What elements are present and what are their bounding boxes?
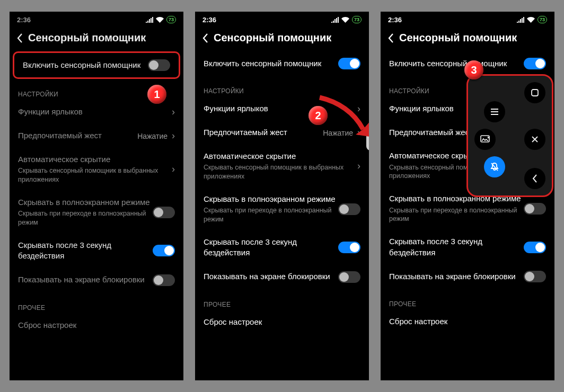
lockscreen-label: Показывать на экране блокировки bbox=[18, 274, 153, 285]
clock: 2:36 bbox=[17, 16, 31, 24]
autohide-sub: Скрывать сенсорный помощник в выбранных … bbox=[204, 163, 356, 181]
quickball-home-button[interactable] bbox=[524, 82, 545, 103]
autohide-row[interactable]: Автоматическое скрытие Скрывать сенсорны… bbox=[10, 148, 183, 191]
status-icons: 73 bbox=[146, 16, 176, 23]
clock: 2:36 bbox=[202, 16, 216, 24]
back-button[interactable] bbox=[383, 33, 399, 43]
enable-quickball-row[interactable]: Включить сенсорный помощник bbox=[195, 51, 369, 76]
phone-screenshot-1: 2:36 73 Сенсорный помощник Включить сенс… bbox=[10, 12, 183, 380]
gesture-value: Нажатие bbox=[137, 132, 168, 140]
enable-quickball-toggle[interactable] bbox=[524, 58, 546, 69]
fullscreen-toggle[interactable] bbox=[338, 203, 360, 215]
reset-row[interactable]: Сброс настроек bbox=[195, 310, 369, 334]
lockscreen-row[interactable]: Показывать на экране блокировки bbox=[10, 268, 183, 292]
status-icons: 73 bbox=[331, 16, 362, 23]
lockscreen-toggle[interactable] bbox=[338, 271, 360, 283]
autohide-content: Автоматическое скрытие Скрывать сенсорны… bbox=[204, 151, 356, 181]
fullscreen-toggle[interactable] bbox=[153, 207, 175, 218]
section-other: ПРОЧЕЕ bbox=[195, 289, 369, 310]
autohide-row[interactable]: Автоматическое скрытие Скрывать сенсорны… bbox=[195, 145, 369, 188]
page-header: Сенсорный помощник bbox=[10, 28, 183, 51]
clock: 2:36 bbox=[388, 16, 402, 24]
quickball-back-button[interactable] bbox=[524, 168, 545, 189]
chevron-right-icon: › bbox=[357, 161, 360, 172]
signal-icon bbox=[517, 17, 524, 23]
chevron-right-icon: › bbox=[172, 130, 175, 141]
reset-label: Сброс настроек bbox=[204, 317, 360, 327]
fullscreen-sub: Скрывать при переходе в полноэкранный ре… bbox=[204, 206, 338, 224]
svg-rect-0 bbox=[532, 90, 538, 96]
fullscreen-sub: Скрывать при переходе в полноэкранный ре… bbox=[389, 206, 524, 224]
reset-label: Сброс настроек bbox=[18, 320, 175, 331]
fullscreen-content: Скрывать в полноэкранном режиме Скрывать… bbox=[18, 197, 153, 227]
lockscreen-row[interactable]: Показывать на экране блокировки bbox=[195, 265, 369, 289]
fullscreen-row[interactable]: Скрывать в полноэкранном режиме Скрывать… bbox=[195, 188, 369, 230]
step-badge-2: 2 bbox=[309, 106, 328, 125]
battery-icon: 73 bbox=[537, 16, 547, 23]
reset-row[interactable]: Сброс настроек bbox=[10, 314, 183, 337]
section-other: ПРОЧЕЕ bbox=[10, 292, 183, 314]
fullscreen-sub: Скрывать при переходе в полноэкранный ре… bbox=[18, 209, 153, 227]
fullscreen-content: Скрывать в полноэкранном режиме Скрывать… bbox=[389, 193, 524, 224]
wifi-icon bbox=[156, 17, 164, 23]
lockscreen-toggle[interactable] bbox=[153, 274, 175, 286]
section-other: ПРОЧЕЕ bbox=[381, 289, 554, 310]
back-button[interactable] bbox=[12, 33, 28, 43]
enable-quickball-toggle[interactable] bbox=[148, 59, 170, 71]
chevron-right-icon: › bbox=[172, 106, 175, 118]
hide3s-label: Скрывать после 3 секунд бездействия bbox=[204, 237, 338, 259]
hide3s-row[interactable]: Скрывать после 3 секунд бездействия bbox=[10, 234, 183, 268]
page-header: Сенсорный помощник bbox=[381, 28, 554, 51]
gesture-row[interactable]: Предпочитаемый жест Нажатие › bbox=[10, 124, 183, 148]
fullscreen-label: Скрывать в полноэкранном режиме bbox=[18, 197, 153, 208]
reset-row[interactable]: Сброс настроек bbox=[381, 310, 554, 333]
page-title: Сенсорный помощник bbox=[399, 32, 517, 44]
fullscreen-toggle[interactable] bbox=[524, 203, 546, 215]
quickball-menu-button[interactable] bbox=[484, 101, 505, 122]
page-header: Сенсорный помощник bbox=[195, 28, 369, 51]
status-bar: 2:36 73 bbox=[381, 12, 554, 28]
enable-quickball-row[interactable]: Включить сенсорный помощник bbox=[13, 51, 180, 79]
battery-icon: 73 bbox=[352, 16, 362, 23]
autohide-label: Автоматическое скрытие bbox=[18, 154, 171, 165]
quickball-mute-button[interactable] bbox=[484, 156, 505, 177]
hide3s-row[interactable]: Скрывать после 3 секунд бездействия bbox=[195, 230, 369, 265]
enable-quickball-label: Включить сенсорный помощник bbox=[389, 58, 524, 69]
enable-quickball-toggle[interactable] bbox=[338, 58, 360, 69]
shortcuts-label: Функции ярлыков bbox=[18, 106, 171, 117]
autohide-sub: Скрывать сенсорный помощник в выбранных … bbox=[18, 166, 171, 184]
quickball-close-button[interactable] bbox=[524, 129, 545, 150]
fullscreen-label: Скрывать в полноэкранном режиме bbox=[204, 194, 338, 204]
lockscreen-label: Показывать на экране блокировки bbox=[204, 271, 338, 282]
reset-label: Сброс настроек bbox=[389, 316, 546, 327]
quickball-panel bbox=[466, 74, 553, 197]
fullscreen-row[interactable]: Скрывать в полноэкранном режиме Скрывать… bbox=[10, 191, 183, 234]
phone-screenshot-2: 2:36 73 Сенсорный помощник Включить сенс… bbox=[195, 12, 369, 380]
quickball-screenshot-button[interactable] bbox=[474, 129, 496, 150]
lockscreen-row[interactable]: Показывать на экране блокировки bbox=[381, 264, 554, 289]
step-badge-1: 1 bbox=[147, 85, 166, 104]
hide3s-toggle[interactable] bbox=[338, 242, 360, 253]
status-bar: 2:36 73 bbox=[195, 12, 369, 28]
page-title: Сенсорный помощник bbox=[28, 32, 146, 44]
hide3s-label: Скрывать после 3 секунд бездействия bbox=[389, 236, 524, 258]
phone-screenshot-3: 2:36 73 Сенсорный помощник Включить сенс… bbox=[381, 12, 554, 380]
enable-quickball-label: Включить сенсорный помощник bbox=[204, 58, 338, 69]
hide3s-row[interactable]: Скрывать после 3 секунд бездействия bbox=[381, 230, 554, 264]
gesture-label: Предпочитаемый жест bbox=[18, 130, 137, 141]
fullscreen-content: Скрывать в полноэкранном режиме Скрывать… bbox=[204, 194, 338, 224]
signal-icon bbox=[146, 17, 153, 23]
autohide-content: Автоматическое скрытие Скрывать сенсорны… bbox=[18, 154, 171, 184]
step-badge-3: 3 bbox=[464, 60, 483, 79]
hide3s-toggle[interactable] bbox=[153, 245, 175, 256]
enable-quickball-label: Включить сенсорный помощник bbox=[23, 60, 148, 70]
chevron-right-icon: › bbox=[172, 164, 175, 175]
status-icons: 73 bbox=[517, 16, 547, 23]
hide3s-toggle[interactable] bbox=[524, 242, 546, 253]
gesture-label: Предпочитаемый жест bbox=[204, 127, 323, 138]
back-button[interactable] bbox=[197, 33, 214, 43]
lockscreen-toggle[interactable] bbox=[524, 271, 546, 282]
page-title: Сенсорный помощник bbox=[214, 32, 331, 44]
hide3s-label: Скрывать после 3 секунд бездействия bbox=[18, 240, 153, 262]
wifi-icon bbox=[341, 17, 349, 23]
